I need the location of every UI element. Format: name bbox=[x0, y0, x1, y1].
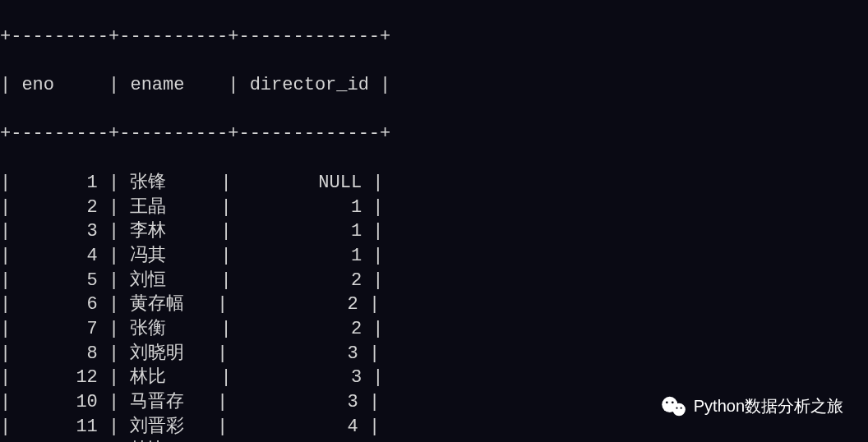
cell-eno: 1 bbox=[11, 171, 108, 196]
cell-director-id: 5 bbox=[232, 439, 373, 442]
cell-director-id: 3 bbox=[232, 366, 373, 390]
table-row: | 12 | 林比 | 5 | bbox=[0, 439, 868, 442]
table-row: | 2 | 王晶 | 1 | bbox=[0, 196, 868, 220]
cell-ename: 刘恒 bbox=[119, 269, 220, 293]
cell-director-id: 2 bbox=[232, 269, 373, 293]
wechat-icon bbox=[661, 396, 687, 417]
svg-point-3 bbox=[672, 403, 686, 416]
watermark: Python数据分析之旅 bbox=[661, 395, 843, 417]
table-row: | 4 | 冯其 | 1 | bbox=[0, 244, 868, 269]
cell-eno: 4 bbox=[11, 244, 108, 269]
svg-point-2 bbox=[672, 401, 674, 403]
cell-ename: 黄存幅 bbox=[119, 292, 217, 317]
cell-eno: 2 bbox=[11, 196, 108, 220]
cell-director-id: 4 bbox=[228, 415, 369, 440]
header-director-id: director_id bbox=[238, 73, 380, 98]
table-border-top: +---------+----------+-------------+ bbox=[0, 25, 868, 49]
cell-ename: 刘晓明 bbox=[119, 342, 217, 366]
table-header-row: | eno | ename | director_id | bbox=[0, 73, 868, 98]
cell-ename: 张衡 bbox=[119, 317, 220, 342]
svg-point-1 bbox=[666, 401, 668, 403]
watermark-text: Python数据分析之旅 bbox=[694, 395, 843, 417]
cell-ename: 王晶 bbox=[119, 196, 220, 220]
table-row: | 6 | 黄存幅 | 2 | bbox=[0, 292, 868, 317]
table-border-mid: +---------+----------+-------------+ bbox=[0, 122, 868, 146]
cell-eno: 10 bbox=[11, 390, 108, 415]
cell-eno: 6 bbox=[11, 292, 108, 317]
svg-point-5 bbox=[680, 407, 681, 408]
cell-eno: 3 bbox=[11, 219, 108, 244]
svg-point-4 bbox=[676, 407, 677, 408]
table-row: | 3 | 李林 | 1 | bbox=[0, 219, 868, 244]
cell-ename: 马晋存 bbox=[119, 390, 217, 415]
cell-eno: 11 bbox=[11, 415, 108, 440]
cell-director-id: NULL bbox=[232, 171, 373, 196]
table-row: | 1 | 张锋 | NULL | bbox=[0, 171, 868, 196]
cell-ename: 林比 bbox=[119, 366, 220, 390]
cell-eno: 8 bbox=[11, 342, 108, 366]
cell-eno: 12 bbox=[11, 366, 108, 390]
header-ename: ename bbox=[119, 73, 228, 98]
cell-ename: 林比 bbox=[119, 439, 220, 442]
cell-eno: 5 bbox=[11, 269, 108, 293]
cell-ename: 刘晋彩 bbox=[119, 415, 217, 440]
terminal-output: +---------+----------+-------------+ | e… bbox=[0, 0, 868, 442]
cell-director-id: 3 bbox=[228, 390, 369, 415]
cell-ename: 李林 bbox=[119, 219, 220, 244]
table-row: | 8 | 刘晓明 | 3 | bbox=[0, 342, 868, 366]
cell-director-id: 2 bbox=[228, 292, 369, 317]
cell-ename: 张锋 bbox=[119, 171, 220, 196]
cell-director-id: 1 bbox=[232, 244, 373, 269]
cell-eno: 7 bbox=[11, 317, 108, 342]
table-row: | 12 | 林比 | 3 | bbox=[0, 366, 868, 390]
cell-eno: 12 bbox=[11, 439, 108, 442]
table-row: | 11 | 刘晋彩 | 4 | bbox=[0, 415, 868, 440]
header-eno: eno bbox=[11, 73, 108, 98]
cell-director-id: 2 bbox=[232, 317, 373, 342]
cell-ename: 冯其 bbox=[119, 244, 220, 269]
table-row: | 5 | 刘恒 | 2 | bbox=[0, 269, 868, 293]
cell-director-id: 3 bbox=[228, 342, 369, 366]
cell-director-id: 1 bbox=[232, 219, 373, 244]
table-row: | 7 | 张衡 | 2 | bbox=[0, 317, 868, 342]
cell-director-id: 1 bbox=[232, 196, 373, 220]
